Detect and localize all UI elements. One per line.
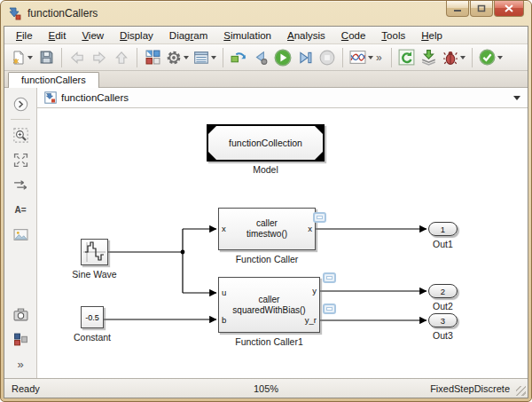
- model-advisor-button[interactable]: [477, 47, 505, 68]
- outport-3-block[interactable]: 3: [428, 313, 458, 327]
- fit-to-view-button[interactable]: [9, 149, 32, 170]
- outport-3-label: Out3: [428, 330, 458, 341]
- up-arrow-icon: [113, 50, 129, 66]
- signal-badge[interactable]: [323, 303, 336, 314]
- model-file-icon: [44, 91, 57, 104]
- deploy-to-hardware-button[interactable]: [419, 47, 440, 68]
- toolbar-separator: [391, 48, 392, 67]
- library-browser-icon: [145, 50, 160, 65]
- menu-tools[interactable]: Tools: [373, 28, 413, 43]
- toolbar-separator: [137, 48, 137, 67]
- configuration-dropdown-icon[interactable]: [184, 56, 189, 59]
- outport-1-block[interactable]: 1: [428, 222, 458, 236]
- outport-2-block[interactable]: 2: [428, 284, 458, 298]
- menu-analysis[interactable]: Analysis: [279, 28, 333, 43]
- sine-wave-block[interactable]: [81, 239, 108, 265]
- port-label-x-in: x: [222, 224, 226, 233]
- refresh-model-blocks-button[interactable]: [396, 47, 418, 68]
- update-diagram-button[interactable]: [228, 47, 249, 68]
- step-back-button[interactable]: [250, 47, 271, 68]
- hide-explorer-bar-button[interactable]: [9, 93, 32, 114]
- breadcrumb-dropdown-icon[interactable]: [513, 96, 520, 100]
- function-caller1-block[interactable]: caller squaredWithBias() u b y y_r: [218, 277, 320, 333]
- image-button[interactable]: [9, 224, 32, 245]
- resize-grip[interactable]: [516, 386, 526, 396]
- menu-display[interactable]: Display: [112, 28, 161, 43]
- fit-to-view-icon: [13, 153, 28, 168]
- signal-badge-icon: [317, 216, 323, 219]
- function-caller-line2: timestwo(): [246, 229, 287, 240]
- title-bar[interactable]: functionCallers: [1, 1, 531, 26]
- step-forward-button[interactable]: [294, 47, 316, 68]
- up-to-parent-button[interactable]: [111, 47, 132, 68]
- minimize-button[interactable]: [446, 1, 469, 17]
- menu-edit[interactable]: Edit: [41, 28, 74, 43]
- constant-label: Constant: [67, 332, 117, 343]
- function-caller1-line2: squaredWithBias(): [232, 305, 305, 316]
- save-icon: [39, 50, 54, 65]
- simulation-data-inspector-button[interactable]: »: [348, 47, 387, 68]
- annotation-icon: A=: [14, 205, 26, 215]
- configuration-parameters-button[interactable]: [164, 47, 191, 68]
- outport-2-label: Out2: [428, 301, 458, 311]
- model-explorer-icon: [193, 50, 209, 66]
- toolbar-separator: [472, 48, 473, 67]
- toolbar-separator: [342, 48, 343, 67]
- zoom-magnifier-icon: [13, 128, 28, 143]
- palette-overflow-button[interactable]: »: [9, 353, 32, 374]
- menu-simulation[interactable]: Simulation: [215, 28, 279, 43]
- model-block[interactable]: functionCollection: [207, 124, 325, 162]
- port-label-x-out: x: [308, 224, 312, 233]
- sine-wave-label: Sine Wave: [67, 269, 121, 280]
- screenshot-button[interactable]: [9, 303, 32, 325]
- toolbar-overflow-icon[interactable]: »: [373, 51, 385, 64]
- simulink-model-icon: [8, 6, 22, 20]
- constant-block[interactable]: -0.5: [81, 306, 104, 328]
- model-block-label: Model: [207, 164, 325, 175]
- sample-time-display-button[interactable]: [9, 328, 32, 350]
- menu-help[interactable]: Help: [413, 28, 450, 43]
- outport-1-label: Out1: [428, 239, 458, 249]
- run-button[interactable]: [272, 47, 293, 68]
- model-explorer-dropdown-icon[interactable]: [211, 56, 216, 59]
- camera-icon: [13, 308, 28, 321]
- model-corner-icon: [315, 152, 323, 160]
- bug-icon: [442, 50, 458, 66]
- simulink-editor-window: functionCallers File Edit View Display D…: [0, 0, 532, 402]
- forward-arrow-icon: [91, 50, 107, 66]
- outport-1-number: 1: [441, 225, 445, 234]
- update-diagram-icon: [231, 50, 246, 66]
- function-caller-block[interactable]: caller timestwo() x x: [218, 208, 316, 250]
- library-browser-button[interactable]: [142, 47, 163, 68]
- zoom-level: 105%: [254, 383, 278, 394]
- menu-diagram[interactable]: Diagram: [161, 28, 215, 43]
- port-label-b: b: [222, 315, 226, 325]
- menu-code[interactable]: Code: [333, 28, 374, 43]
- menu-bar: File Edit View Display Diagram Simulatio…: [4, 27, 528, 44]
- refresh-icon: [398, 49, 415, 66]
- debug-dropdown-icon[interactable]: [460, 56, 466, 59]
- forward-button[interactable]: [89, 47, 110, 68]
- save-button[interactable]: [35, 47, 57, 68]
- scope-curves-icon: [349, 50, 366, 65]
- signal-routing-button[interactable]: [9, 174, 32, 195]
- function-caller-line1: caller: [256, 218, 278, 229]
- new-model-button[interactable]: [8, 47, 35, 68]
- close-button[interactable]: [494, 1, 524, 17]
- debug-button[interactable]: [441, 47, 467, 68]
- model-canvas[interactable]: functionCollection Model caller timestwo…: [37, 108, 528, 378]
- menu-view[interactable]: View: [74, 28, 112, 43]
- back-button[interactable]: [66, 47, 88, 68]
- menu-file[interactable]: File: [8, 28, 41, 43]
- signal-badge[interactable]: [323, 272, 336, 283]
- tab-functioncallers[interactable]: functionCallers: [8, 72, 99, 88]
- stop-button[interactable]: [317, 47, 338, 68]
- maximize-button[interactable]: [470, 1, 493, 17]
- new-model-dropdown-icon[interactable]: [27, 56, 33, 59]
- breadcrumb-model-name[interactable]: functionCallers: [61, 92, 129, 103]
- model-advisor-dropdown-icon[interactable]: [497, 56, 503, 59]
- zoom-button[interactable]: [9, 124, 32, 146]
- signal-badge[interactable]: [313, 212, 326, 223]
- annotation-button[interactable]: A=: [9, 199, 32, 220]
- model-explorer-button[interactable]: [192, 47, 218, 68]
